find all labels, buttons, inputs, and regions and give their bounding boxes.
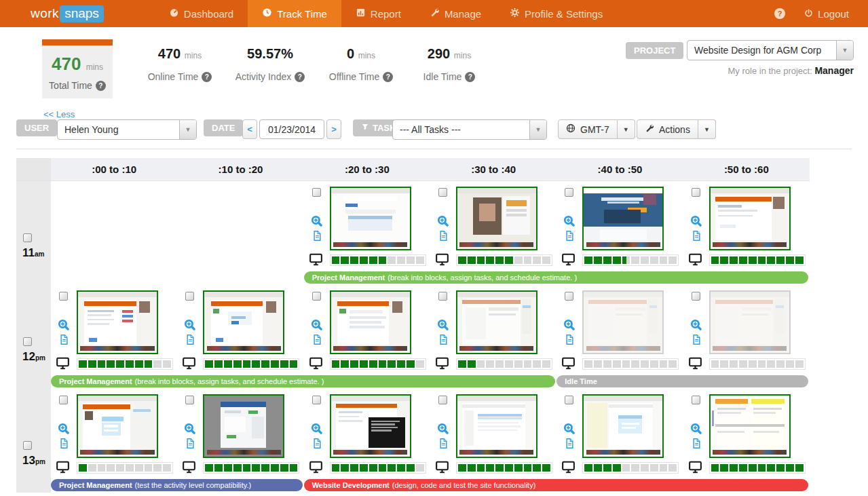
timezone-caret-button[interactable]: ▼	[618, 119, 635, 139]
zoom-in-icon[interactable]	[563, 319, 575, 333]
notes-document-icon[interactable]	[692, 438, 702, 451]
nav-item-profile-settings[interactable]: Profile & Settings	[495, 0, 617, 27]
screenshot-checkbox[interactable]	[312, 292, 321, 301]
screenshot-thumbnail[interactable]	[77, 290, 158, 354]
screenshot-checkbox[interactable]	[438, 396, 447, 404]
screenshot-checkbox[interactable]	[185, 396, 194, 404]
screenshot-thumbnail[interactable]	[203, 394, 284, 458]
hour-checkbox[interactable]	[23, 233, 32, 242]
zoom-in-icon[interactable]	[311, 215, 322, 229]
zoom-in-icon[interactable]	[563, 215, 575, 229]
date-input[interactable]	[259, 119, 324, 139]
screenshot-thumbnail[interactable]	[203, 290, 284, 354]
screenshot-thumbnail[interactable]	[77, 394, 158, 458]
total-time-help-icon[interactable]: ?	[96, 81, 106, 91]
notes-document-icon[interactable]	[692, 231, 702, 244]
notes-document-icon[interactable]	[312, 231, 322, 244]
notes-document-icon[interactable]	[185, 335, 195, 347]
notes-document-icon[interactable]	[438, 335, 449, 347]
chevron-down-icon[interactable]: ▼	[179, 120, 196, 139]
zoom-in-icon[interactable]	[58, 423, 69, 437]
notes-document-icon[interactable]	[185, 438, 195, 451]
notes-document-icon[interactable]	[312, 438, 322, 451]
help-icon[interactable]: ?	[774, 8, 785, 19]
nav-item-dashboard[interactable]: Dashboard	[155, 0, 248, 27]
screenshot-thumbnail[interactable]	[709, 290, 791, 354]
thumb-block	[350, 326, 384, 328]
zoom-in-icon[interactable]	[184, 423, 195, 437]
zoom-in-icon[interactable]	[437, 215, 449, 229]
zoom-in-icon[interactable]	[58, 319, 69, 333]
zoom-in-icon[interactable]	[690, 423, 702, 437]
screenshot-checkbox[interactable]	[185, 292, 194, 301]
screenshot-checkbox[interactable]	[565, 292, 573, 301]
screenshot-checkbox[interactable]	[692, 188, 700, 197]
task-select[interactable]: --- All Tasks --- ▼	[392, 119, 547, 140]
stat-help-icon[interactable]: ?	[202, 72, 212, 82]
hour-checkbox[interactable]	[23, 337, 32, 346]
actions-caret-button[interactable]: ▼	[698, 119, 716, 139]
zoom-in-icon[interactable]	[437, 319, 449, 333]
actions-button[interactable]: Actions	[637, 119, 698, 139]
screenshot-thumbnail[interactable]	[330, 290, 411, 354]
thumb-block	[84, 301, 136, 306]
stat-help-icon[interactable]: ?	[295, 72, 305, 82]
nav-item-manage[interactable]: Manage	[415, 0, 495, 27]
hour-checkbox[interactable]	[23, 441, 32, 450]
screenshot-checkbox[interactable]	[438, 292, 447, 301]
screenshot-checkbox[interactable]	[59, 396, 68, 404]
chevron-down-icon[interactable]: ▼	[529, 120, 546, 139]
screenshot-thumbnail[interactable]	[330, 394, 411, 458]
zoom-in-icon[interactable]	[563, 423, 575, 437]
notes-document-icon[interactable]	[565, 335, 575, 347]
notes-document-icon[interactable]	[59, 335, 69, 347]
screenshot-checkbox[interactable]	[312, 396, 321, 404]
date-prev-button[interactable]: <	[242, 119, 257, 139]
screenshot-checkbox[interactable]	[59, 292, 68, 301]
thumb-block	[523, 305, 531, 309]
dock-strip	[713, 450, 787, 455]
screenshot-checkbox[interactable]	[438, 188, 447, 197]
zoom-in-icon[interactable]	[311, 319, 322, 333]
screenshot-thumbnail[interactable]	[582, 290, 664, 354]
notes-document-icon[interactable]	[565, 438, 575, 451]
stat-help-icon[interactable]: ?	[465, 72, 475, 82]
screenshot-checkbox[interactable]	[565, 188, 573, 197]
screenshot-thumbnail[interactable]	[582, 394, 664, 458]
chevron-down-icon[interactable]: ▼	[836, 41, 853, 60]
screenshot-thumbnail[interactable]	[709, 187, 791, 250]
user-select[interactable]: Helen Young ▼	[57, 119, 197, 140]
thumb-block	[266, 301, 276, 313]
less-link[interactable]: << Less	[43, 109, 75, 119]
screenshot-checkbox[interactable]	[312, 188, 321, 197]
notes-document-icon[interactable]	[438, 231, 449, 244]
zoom-in-icon[interactable]	[311, 423, 322, 437]
activity-segment	[280, 464, 288, 472]
nav-item-track-time[interactable]: Track Time	[248, 0, 341, 27]
notes-document-icon[interactable]	[59, 438, 69, 451]
screenshot-checkbox[interactable]	[692, 396, 700, 404]
screenshot-checkbox[interactable]	[565, 396, 573, 404]
screenshot-thumbnail[interactable]	[456, 394, 537, 458]
screenshot-thumbnail[interactable]	[582, 187, 664, 250]
stat-help-icon[interactable]: ?	[383, 72, 393, 82]
logout-button[interactable]: Logout	[804, 8, 849, 20]
zoom-in-icon[interactable]	[184, 319, 195, 333]
nav-item-report[interactable]: Report	[341, 0, 415, 27]
zoom-in-icon[interactable]	[690, 215, 702, 229]
screenshot-checkbox[interactable]	[692, 292, 700, 301]
screenshot-thumbnail[interactable]	[456, 290, 537, 354]
notes-document-icon[interactable]	[692, 335, 702, 347]
activity-segment	[495, 464, 504, 472]
notes-document-icon[interactable]	[565, 231, 575, 244]
notes-document-icon[interactable]	[312, 335, 322, 347]
date-next-button[interactable]: >	[326, 119, 341, 139]
timezone-button[interactable]: GMT-7	[558, 119, 618, 139]
screenshot-thumbnail[interactable]	[456, 187, 537, 250]
screenshot-thumbnail[interactable]	[709, 394, 791, 458]
project-select[interactable]: Website Design for AGM Corp ▼	[687, 40, 854, 60]
notes-document-icon[interactable]	[438, 438, 449, 451]
zoom-in-icon[interactable]	[437, 423, 449, 437]
zoom-in-icon[interactable]	[690, 319, 702, 333]
screenshot-thumbnail[interactable]	[330, 187, 411, 250]
